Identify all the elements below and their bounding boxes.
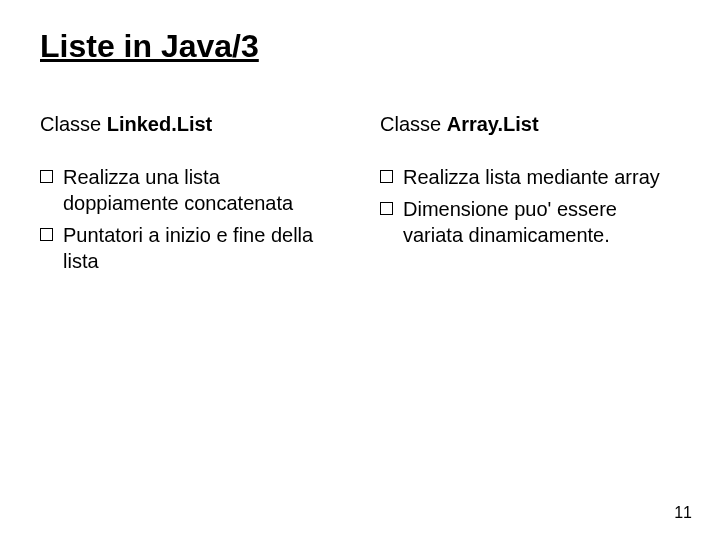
list-item-text: Realizza lista mediante array: [403, 164, 660, 190]
right-heading-bold: Array.List: [447, 113, 539, 135]
bullet-icon: [40, 228, 53, 241]
left-list: Realizza una lista doppiamente concatena…: [40, 164, 340, 274]
right-list: Realizza lista mediante array Dimensione…: [380, 164, 680, 248]
list-item: Dimensione puo' essere variata dinamicam…: [380, 196, 680, 248]
right-column: Classe Array.List Realizza lista mediant…: [380, 113, 680, 280]
right-heading-plain: Classe: [380, 113, 447, 135]
left-column: Classe Linked.List Realizza una lista do…: [40, 113, 340, 280]
left-heading: Classe Linked.List: [40, 113, 340, 136]
slide-title: Liste in Java/3: [40, 28, 680, 65]
left-heading-bold: Linked.List: [107, 113, 213, 135]
list-item: Realizza lista mediante array: [380, 164, 680, 190]
list-item-text: Puntatori a inizio e fine della lista: [63, 222, 340, 274]
bullet-icon: [40, 170, 53, 183]
list-item-text: Dimensione puo' essere variata dinamicam…: [403, 196, 680, 248]
list-item-text: Realizza una lista doppiamente concatena…: [63, 164, 340, 216]
bullet-icon: [380, 202, 393, 215]
columns: Classe Linked.List Realizza una lista do…: [40, 113, 680, 280]
list-item: Puntatori a inizio e fine della lista: [40, 222, 340, 274]
list-item: Realizza una lista doppiamente concatena…: [40, 164, 340, 216]
left-heading-plain: Classe: [40, 113, 107, 135]
slide: Liste in Java/3 Classe Linked.List Reali…: [0, 0, 720, 540]
right-heading: Classe Array.List: [380, 113, 680, 136]
page-number: 11: [674, 504, 692, 522]
bullet-icon: [380, 170, 393, 183]
